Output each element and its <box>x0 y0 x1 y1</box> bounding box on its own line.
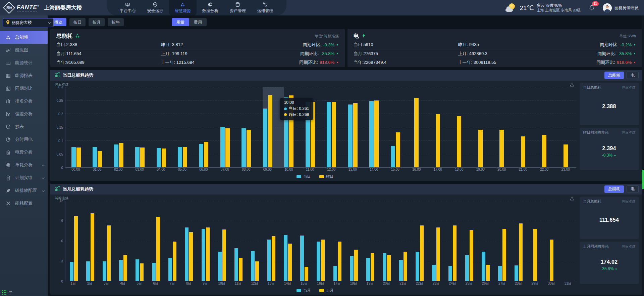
nav-item-data-analysis[interactable]: 数据分析 <box>197 0 224 15</box>
bar-this-month[interactable] <box>482 252 485 281</box>
sidebar-item-electricity-fee[interactable]: 电费分析 <box>0 146 48 159</box>
bar-this-month[interactable] <box>185 227 189 281</box>
bar-last-month[interactable] <box>354 250 358 281</box>
scrollbar-track[interactable] <box>642 15 644 296</box>
chart-button-电[interactable]: 电 <box>627 185 639 193</box>
bar-last-month[interactable] <box>420 225 424 281</box>
bar-last-month[interactable] <box>156 217 160 281</box>
scrollbar-thumb[interactable] <box>642 170 644 189</box>
bar-last-month[interactable] <box>371 253 374 281</box>
bar-this-month[interactable] <box>284 235 287 281</box>
legend-item-yesterday[interactable]: 昨日 <box>319 174 333 179</box>
bar-last-month[interactable] <box>206 227 210 281</box>
bar-yesterday[interactable] <box>183 147 187 167</box>
collapse-menu-icon[interactable] <box>9 291 13 295</box>
bar-this-month[interactable] <box>366 258 370 281</box>
bar-this-month[interactable] <box>234 248 238 281</box>
nav-item-asset-management[interactable]: 资产管理 <box>224 0 252 15</box>
bar-yesterday[interactable] <box>162 149 166 167</box>
bar-last-month[interactable] <box>305 267 308 281</box>
sidebar-item-unit-consumption[interactable]: 单耗分析 <box>0 159 48 171</box>
bar-today[interactable] <box>220 127 225 167</box>
bar-today[interactable] <box>93 147 97 167</box>
bar-yesterday[interactable] <box>204 142 208 167</box>
bar-yesterday[interactable] <box>225 128 230 167</box>
bar-yesterday[interactable] <box>499 130 504 167</box>
bar-yesterday[interactable] <box>564 144 568 167</box>
nav-item-safe-operation[interactable]: 安全运行 <box>142 0 169 15</box>
bar-last-month[interactable] <box>222 229 226 281</box>
drag-dots-icon[interactable] <box>2 290 6 295</box>
legend-item-last-month[interactable]: 上月 <box>319 288 333 293</box>
sidebar-item-energy-report[interactable]: 能源报表 <box>0 69 48 82</box>
bar-last-month[interactable] <box>502 229 506 281</box>
bar-yesterday[interactable] <box>542 135 546 167</box>
bar-this-month[interactable] <box>103 261 106 281</box>
user-menu[interactable]: 丽婴房管理员 <box>603 3 639 12</box>
bar-this-month[interactable] <box>416 252 419 281</box>
download-icon[interactable] <box>570 196 575 201</box>
bar-last-month[interactable] <box>239 258 243 281</box>
sidebar-item-carbon-config[interactable]: 碳排放配置 <box>0 184 48 197</box>
bar-this-month[interactable] <box>202 229 205 281</box>
bar-last-month[interactable] <box>74 216 78 281</box>
bar-today[interactable] <box>178 147 182 167</box>
bar-last-month[interactable] <box>189 232 193 281</box>
nav-item-smart-energy[interactable]: 智慧能源 <box>169 0 197 15</box>
bar-yesterday[interactable] <box>396 132 400 167</box>
legend-item-this-month[interactable]: 当月 <box>297 288 311 293</box>
bar-this-month[interactable] <box>300 236 304 281</box>
bar-today[interactable] <box>348 104 353 167</box>
bar-this-month[interactable] <box>136 259 139 281</box>
bar-last-month[interactable] <box>91 213 94 281</box>
sidebar-item-period-compare[interactable]: 同期对比 <box>0 82 48 95</box>
bar-last-month[interactable] <box>486 265 490 281</box>
sidebar-item-meter-reading[interactable]: 抄表 <box>0 120 48 133</box>
sidebar-item-deviation-analysis[interactable]: 偏差分析 <box>0 108 48 120</box>
sidebar-item-plan-actual[interactable]: 计划实绩 <box>0 171 48 184</box>
bar-last-month[interactable] <box>272 236 275 281</box>
mode-tab-费用[interactable]: 费用 <box>189 18 207 26</box>
bar-today[interactable] <box>199 144 203 167</box>
bar-last-month[interactable] <box>123 255 127 281</box>
bar-last-month[interactable] <box>107 225 111 281</box>
bar-this-month[interactable] <box>498 266 502 281</box>
bar-last-month[interactable] <box>519 223 523 281</box>
bar-last-month[interactable] <box>140 263 144 281</box>
tab-按年[interactable]: 按年 <box>108 18 124 26</box>
bar-last-month[interactable] <box>338 242 341 281</box>
bar-last-month[interactable] <box>533 229 537 281</box>
tab-按月[interactable]: 按月 <box>89 18 105 26</box>
bar-yesterday[interactable] <box>353 103 358 167</box>
bar-this-month[interactable] <box>251 251 255 281</box>
notifications-button[interactable]: 11 <box>587 3 596 13</box>
bar-today[interactable] <box>114 144 118 167</box>
bar-last-month[interactable] <box>321 240 325 281</box>
bar-this-month[interactable] <box>218 252 222 281</box>
bar-yesterday[interactable] <box>374 100 379 167</box>
sidebar-item-time-of-use[interactable]: 分时用电 <box>0 133 48 146</box>
bar-last-month[interactable] <box>436 227 440 281</box>
bar-this-month[interactable] <box>448 266 452 281</box>
bar-today[interactable] <box>327 102 331 167</box>
bar-today[interactable] <box>157 148 161 167</box>
tab-按日[interactable]: 按日 <box>69 18 86 26</box>
chart-button-总能耗[interactable]: 总能耗 <box>604 72 624 79</box>
bar-today[interactable] <box>369 101 374 167</box>
sidebar-item-energy-config[interactable]: 能耗配置 <box>0 197 48 210</box>
bar-this-month[interactable] <box>70 262 73 281</box>
legend-item-today[interactable]: 当日 <box>297 174 311 179</box>
bar-yesterday[interactable] <box>478 130 483 167</box>
bar-yesterday[interactable] <box>414 98 419 167</box>
bar-this-month[interactable] <box>317 242 320 281</box>
bar-last-month[interactable] <box>470 230 473 281</box>
bar-yesterday[interactable] <box>140 147 145 167</box>
bar-today[interactable] <box>135 147 140 167</box>
bar-yesterday[interactable] <box>119 143 123 167</box>
mode-tab-用量[interactable]: 用量 <box>172 18 189 26</box>
bar-today[interactable] <box>263 109 267 167</box>
building-selector[interactable]: 丽婴房大楼 <box>3 18 54 27</box>
bar-this-month[interactable] <box>515 265 518 281</box>
bar-yesterday[interactable] <box>332 102 336 167</box>
chart-button-电[interactable]: 电 <box>627 72 639 79</box>
